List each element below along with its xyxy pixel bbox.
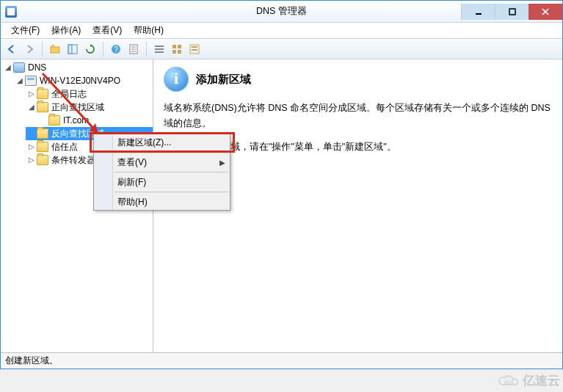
tree-conditional-forwarders-label: 条件转发器 (51, 153, 95, 167)
svg-point-26 (510, 381, 513, 384)
collapse-icon[interactable]: ◢ (15, 77, 23, 85)
ctx-separator (115, 192, 228, 192)
svg-rect-13 (155, 46, 164, 47)
content-paragraph-1: 域名称系统(DNS)允许将 DNS 命名空间分成区域。每个区域存储有关一个或多个… (164, 101, 552, 132)
folder-up-button[interactable] (47, 41, 63, 57)
back-button[interactable] (4, 41, 20, 57)
list-view-button[interactable] (151, 41, 167, 57)
collapse-icon[interactable]: ◢ (4, 64, 12, 72)
app-icon (5, 6, 17, 18)
menu-bar: 文件(F) 操作(A) 查看(V) 帮助(H) (1, 23, 562, 39)
tree-server-label: WIN-V12EJ0NV4PO (40, 74, 120, 87)
status-bar: 创建新区域。 (1, 352, 562, 369)
ctx-view-label: 查看(V) (117, 156, 147, 169)
body-area: ◢ DNS ◢ WIN-V12EJ0NV4PO (1, 59, 562, 352)
svg-point-25 (505, 381, 508, 384)
expand-icon[interactable]: ▷ (27, 156, 35, 164)
submenu-arrow-icon: ▶ (219, 159, 225, 167)
menu-view[interactable]: 查看(V) (87, 23, 128, 38)
help-button[interactable]: ? (108, 41, 124, 57)
ctx-separator (115, 152, 228, 153)
svg-rect-14 (155, 48, 164, 50)
expand-icon[interactable]: ▷ (27, 90, 35, 98)
info-header: 添加新区域 (164, 67, 552, 92)
context-menu: 新建区域(Z)... 查看(V) ▶ 刷新(F) 帮助(H) (93, 134, 230, 211)
svg-rect-18 (172, 50, 176, 54)
tiles-view-button[interactable] (186, 41, 203, 57)
collapse-icon[interactable]: ◢ (27, 104, 35, 112)
svg-rect-21 (192, 46, 197, 48)
tree-root-dns[interactable]: ◢ DNS (2, 61, 153, 74)
tree-root-label: DNS (28, 61, 46, 74)
info-icon (164, 67, 189, 92)
svg-rect-22 (192, 49, 197, 51)
folder-icon (37, 155, 48, 165)
svg-rect-19 (178, 50, 181, 54)
watermark-text: 亿速云 (523, 372, 560, 389)
menu-file[interactable]: 文件(F) (5, 23, 46, 38)
ctx-view[interactable]: 查看(V) ▶ (94, 154, 230, 170)
ctx-refresh-label: 刷新(F) (117, 176, 146, 189)
expand-icon[interactable]: ▷ (27, 143, 35, 151)
window-buttons (461, 4, 562, 20)
watermark: 亿速云 (498, 372, 560, 389)
minimize-button[interactable] (461, 4, 495, 20)
ctx-separator (115, 172, 228, 173)
tree-global-log[interactable]: ▷ 全局日志 (26, 87, 153, 101)
tree-trust-points-label: 信任点 (51, 140, 78, 153)
forward-button[interactable] (21, 41, 37, 57)
show-hide-tree-button[interactable] (65, 41, 81, 57)
dns-icon (13, 62, 25, 73)
tree-forward-zone[interactable]: ◢ 正向查找区域 (26, 101, 153, 114)
dns-manager-window: DNS 管理器 文件(F) 操作(A) 查看(V) 帮助(H) ? (0, 0, 563, 369)
details-view-button[interactable] (169, 41, 185, 57)
ctx-refresh[interactable]: 刷新(F) (94, 174, 230, 190)
content-heading: 添加新区域 (196, 73, 251, 87)
svg-rect-0 (476, 13, 482, 15)
tree-server[interactable]: ◢ WIN-V12EJ0NV4PO (14, 74, 153, 87)
tree-global-log-label: 全局日志 (51, 87, 87, 101)
svg-text:?: ? (114, 46, 118, 54)
folder-icon (48, 115, 60, 126)
tree-forward-zone-child[interactable]: ▷ IT.com (37, 114, 153, 127)
status-text: 创建新区域。 (5, 355, 58, 367)
refresh-button[interactable] (82, 41, 98, 57)
ctx-help[interactable]: 帮助(H) (94, 194, 230, 210)
svg-rect-1 (509, 9, 515, 15)
svg-rect-17 (178, 45, 181, 48)
svg-rect-15 (155, 51, 164, 53)
ctx-new-zone[interactable]: 新建区域(Z)... (94, 134, 230, 150)
menu-action[interactable]: 操作(A) (46, 23, 87, 38)
toolbar: ? (1, 39, 562, 59)
svg-rect-16 (172, 45, 176, 48)
svg-rect-4 (51, 47, 59, 53)
properties-button[interactable] (126, 41, 142, 57)
folder-icon (37, 89, 48, 99)
tree-forward-zone-label: 正向查找区域 (51, 101, 104, 114)
ctx-help-label: 帮助(H) (117, 196, 148, 208)
ctx-new-zone-label: 新建区域(Z)... (117, 137, 171, 149)
title-bar: DNS 管理器 (1, 1, 562, 23)
folder-icon (37, 102, 48, 112)
menu-help[interactable]: 帮助(H) (128, 23, 170, 38)
tree-forward-zone-child-label: IT.com (63, 114, 89, 127)
cloud-icon (498, 374, 520, 388)
folder-icon (37, 142, 48, 152)
close-button[interactable] (529, 4, 562, 20)
folder-icon (37, 128, 48, 139)
server-icon (25, 76, 37, 86)
maximize-button[interactable] (495, 4, 529, 20)
svg-rect-6 (68, 45, 72, 54)
